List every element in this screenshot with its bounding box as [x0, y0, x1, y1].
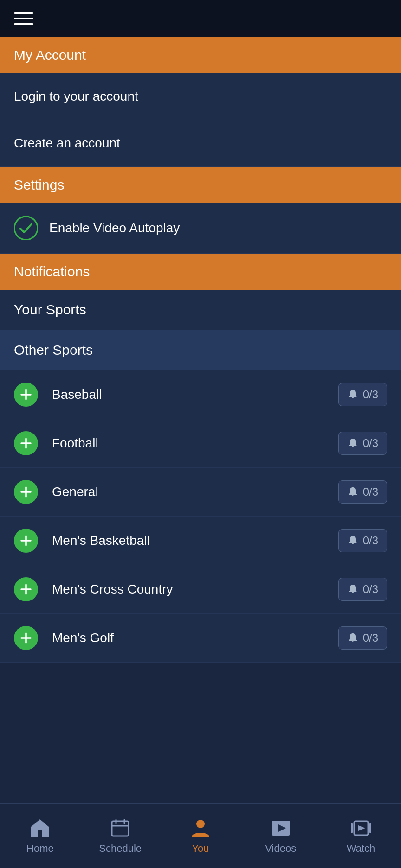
watch-icon: [350, 817, 372, 839]
svg-point-17: [196, 820, 205, 828]
hamburger-menu-icon[interactable]: [14, 12, 33, 25]
notification-count: 0/3: [363, 485, 378, 498]
sport-name: Men's Cross Country: [52, 582, 338, 597]
notification-count: 0/3: [363, 534, 378, 547]
bell-icon: [347, 389, 358, 400]
notification-badge[interactable]: 0/3: [338, 529, 387, 552]
nav-watch[interactable]: Watch: [321, 817, 401, 855]
you-icon: [190, 817, 211, 839]
nav-schedule-label: Schedule: [99, 842, 142, 855]
sport-item[interactable]: Men's Basketball 0/3: [0, 517, 401, 565]
notification-count: 0/3: [363, 388, 378, 401]
nav-home-label: Home: [26, 842, 54, 855]
sport-name: Football: [52, 436, 338, 451]
check-circle-icon: [14, 216, 38, 240]
nav-you[interactable]: You: [161, 817, 241, 855]
sport-add-button[interactable]: [14, 383, 38, 407]
autoplay-setting[interactable]: Enable Video Autoplay: [0, 203, 401, 254]
plus-icon: [19, 388, 32, 401]
sport-name: Men's Golf: [52, 631, 338, 645]
bell-icon: [347, 584, 358, 595]
sports-list: Baseball 0/3 Football: [0, 370, 401, 663]
nav-videos-label: Videos: [265, 842, 296, 855]
sport-add-button[interactable]: [14, 480, 38, 504]
svg-rect-13: [112, 821, 129, 836]
schedule-icon: [110, 817, 131, 839]
notification-badge[interactable]: 0/3: [338, 383, 387, 406]
status-bar: [0, 0, 401, 37]
notification-badge[interactable]: 0/3: [338, 626, 387, 650]
plus-icon: [19, 534, 32, 547]
bell-icon: [347, 535, 358, 546]
notification-badge[interactable]: 0/3: [338, 432, 387, 455]
sport-item[interactable]: Football 0/3: [0, 419, 401, 468]
sport-add-button[interactable]: [14, 431, 38, 455]
notifications-header: Notifications: [0, 254, 401, 290]
nav-home[interactable]: Home: [0, 817, 80, 855]
bottom-nav: Home Schedule You Videos Watch: [0, 803, 401, 868]
home-icon: [29, 817, 51, 839]
my-account-header: My Account: [0, 37, 401, 73]
sport-add-button[interactable]: [14, 577, 38, 601]
notification-count: 0/3: [363, 583, 378, 596]
svg-marker-23: [358, 825, 365, 831]
sport-name: Baseball: [52, 387, 338, 402]
nav-videos[interactable]: Videos: [240, 817, 321, 855]
notification-count: 0/3: [363, 437, 378, 450]
sport-item[interactable]: Men's Golf 0/3: [0, 614, 401, 663]
plus-icon: [19, 485, 32, 498]
nav-watch-label: Watch: [347, 842, 375, 855]
nav-schedule[interactable]: Schedule: [80, 817, 161, 855]
sport-item[interactable]: General 0/3: [0, 468, 401, 517]
other-sports-header: Other Sports: [0, 330, 401, 370]
your-sports-item[interactable]: Your Sports: [0, 290, 401, 330]
bell-icon: [347, 632, 358, 644]
bell-icon: [347, 438, 358, 449]
sport-add-button[interactable]: [14, 626, 38, 650]
notification-badge[interactable]: 0/3: [338, 578, 387, 601]
sport-name: Men's Basketball: [52, 533, 338, 548]
create-account-item[interactable]: Create an account: [0, 120, 401, 167]
autoplay-label: Enable Video Autoplay: [49, 221, 180, 236]
plus-icon: [19, 632, 32, 645]
bell-icon: [347, 486, 358, 498]
notification-badge[interactable]: 0/3: [338, 480, 387, 504]
plus-icon: [19, 583, 32, 596]
sport-item[interactable]: Men's Cross Country 0/3: [0, 565, 401, 614]
sport-item[interactable]: Baseball 0/3: [0, 370, 401, 419]
sport-add-button[interactable]: [14, 529, 38, 553]
videos-icon: [270, 817, 291, 839]
sport-name: General: [52, 485, 338, 499]
login-item[interactable]: Login to your account: [0, 73, 401, 120]
nav-you-label: You: [192, 842, 209, 855]
plus-icon: [19, 437, 32, 450]
notification-count: 0/3: [363, 632, 378, 645]
settings-header: Settings: [0, 167, 401, 203]
svg-point-0: [14, 217, 38, 240]
